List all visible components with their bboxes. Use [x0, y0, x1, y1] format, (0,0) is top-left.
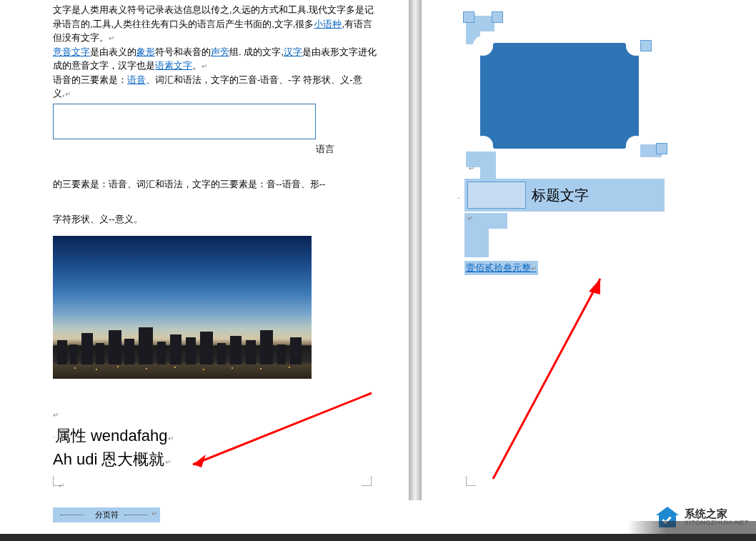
paragraph-mark: ↵ — [202, 62, 207, 70]
link-yusuo[interactable]: 语素文字 — [155, 60, 192, 71]
selection-highlight — [464, 243, 489, 257]
page-corner-marker — [362, 476, 372, 486]
skyline-image — [53, 236, 312, 379]
text: 是由表义的 — [90, 46, 136, 57]
paragraph-mark: ↵ — [53, 411, 59, 419]
heading-block: ↵ ·属性 wendafahg↵ Ah udi 恩大概就↵ · ↵ — [53, 400, 407, 495]
text: 符号和表音的 — [155, 46, 211, 57]
watermark-cn: 系统之家 — [685, 508, 749, 520]
page-corner-marker — [53, 476, 63, 486]
label-language: 语言 — [316, 144, 334, 154]
plaque-shape[interactable] — [480, 43, 639, 149]
text: 语音的三要素是： — [53, 74, 127, 85]
page-left: 文字是人类用表义符号记录表达信息以传之,久远的方式和工具.现代文字多是记录语言的… — [21, 0, 407, 500]
link-hanzi[interactable]: 汉字 — [284, 46, 302, 57]
text: 的三要素是：语音、词汇和语法，文字的三要素是：音--语音、形-- — [53, 179, 325, 189]
selection-highlight — [464, 229, 489, 243]
paragraph-mark: ↵ — [469, 164, 474, 172]
shape-canvas[interactable]: ↵ — [466, 1, 659, 173]
body-paragraph: 文字是人类用表义符号记录表达信息以传之,久远的方式和工具.现代文字多是记录语言的… — [21, 0, 407, 101]
title-row[interactable]: 标题文字 — [464, 179, 665, 212]
bottom-bar — [0, 534, 756, 541]
link-shengpang[interactable]: 声旁 — [211, 46, 229, 57]
shape-corner-notch — [473, 36, 493, 56]
text: 语言 的三要素是：语音、词汇和语法，文字的三要素是：音--语音、形-- 字符形状… — [53, 141, 407, 229]
paragraph-mark: ↵ — [531, 264, 537, 272]
link-small-language[interactable]: 小语种 — [314, 19, 342, 29]
bullet-mark: · — [457, 192, 460, 203]
selection-handle[interactable] — [492, 11, 503, 23]
paragraph-mark: ↵ — [109, 34, 114, 42]
paragraph-mark: ↵ — [168, 435, 174, 442]
title-text: 标题文字 — [532, 186, 589, 205]
heading-line-1: 属性 wendafahg — [55, 427, 168, 445]
title-box-shape[interactable] — [467, 182, 526, 209]
page-corner-marker — [466, 476, 476, 486]
amount-text[interactable]: 壹佰贰拾叁元整↵ — [464, 261, 538, 275]
page-break-indicator: 分页符 ↵ — [53, 507, 160, 522]
link-yuyin[interactable]: 语音 — [127, 74, 146, 85]
heading-line-2: Ah udi 恩大概就 — [53, 450, 165, 468]
text: 组. 成的文字, — [229, 46, 284, 57]
selection-highlight — [480, 166, 496, 179]
text-frame[interactable] — [53, 104, 316, 139]
amount-value: 壹佰贰拾叁元整 — [466, 262, 531, 273]
paragraph-mark: ↵ — [151, 510, 157, 517]
link-xiangxing[interactable]: 象形 — [136, 46, 155, 57]
page-right: ↵ · 标题文字 ↵ 壹佰贰拾叁元整↵ — [422, 0, 750, 500]
paragraph-mark: ↵ — [467, 214, 473, 222]
text: 。 — [192, 60, 202, 71]
link-yinyi[interactable]: 意音文字 — [53, 46, 90, 57]
page-break-label: 分页符 — [95, 510, 119, 519]
text: 字符形状、义--意义。 — [53, 214, 143, 224]
paragraph-mark: ↵ — [165, 458, 171, 466]
page-divider — [409, 0, 422, 500]
selection-handle[interactable] — [463, 11, 474, 23]
selection-handle[interactable] — [656, 143, 667, 154]
paragraph-mark: ↵ — [65, 90, 71, 98]
selection-handle[interactable] — [640, 40, 652, 51]
